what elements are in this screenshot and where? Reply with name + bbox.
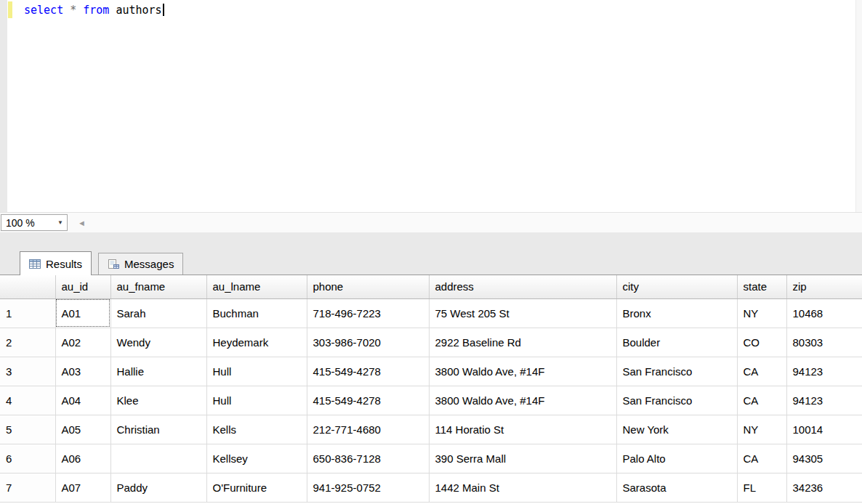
- editor-vertical-scrollbar[interactable]: [855, 0, 862, 212]
- grid-row: 3A03HallieHull415-549-42783800 Waldo Ave…: [0, 357, 862, 386]
- row-header[interactable]: 2: [0, 328, 55, 357]
- ssms-query-window: select * from authors 100 % ▼ ◄: [0, 0, 862, 504]
- cell-phone[interactable]: 415-549-4278: [307, 386, 429, 415]
- zoom-select[interactable]: 100 % ▼: [1, 214, 68, 231]
- cell-address[interactable]: 390 Serra Mall: [429, 444, 616, 473]
- change-tracking-margin: [7, 0, 13, 212]
- cell-au_fname[interactable]: Klee: [110, 386, 206, 415]
- row-header[interactable]: 7: [0, 473, 55, 502]
- cell-au_id[interactable]: A04: [55, 386, 110, 415]
- cell-city[interactable]: San Francisco: [616, 386, 737, 415]
- cell-au_lname[interactable]: O'Furniture: [206, 473, 307, 502]
- cell-state[interactable]: FL: [737, 473, 786, 502]
- cell-zip[interactable]: 10014: [786, 415, 862, 444]
- cell-state[interactable]: CA: [737, 357, 786, 386]
- cell-au_id[interactable]: A02: [55, 328, 110, 357]
- cell-zip[interactable]: 34236: [786, 473, 862, 502]
- cell-phone[interactable]: 212-771-4680: [307, 415, 429, 444]
- select-all-corner[interactable]: [0, 275, 55, 298]
- zoom-dropdown-button[interactable]: ▼: [54, 215, 67, 230]
- cell-phone[interactable]: 718-496-7223: [307, 298, 429, 328]
- cell-city[interactable]: Bronx: [616, 298, 737, 328]
- row-header[interactable]: 3: [0, 357, 55, 386]
- results-grid-container: au_idau_fnameau_lnamephoneaddresscitysta…: [0, 275, 862, 504]
- cell-au_lname[interactable]: Hull: [206, 357, 307, 386]
- sql-code-area[interactable]: select * from authors: [13, 0, 855, 212]
- cell-au_lname[interactable]: Kells: [206, 415, 307, 444]
- cell-city[interactable]: Sarasota: [616, 473, 737, 502]
- row-header[interactable]: 5: [0, 415, 55, 444]
- sql-token-keyword: select: [24, 4, 63, 17]
- scroll-left-arrow-icon[interactable]: ◄: [78, 219, 86, 227]
- cell-address[interactable]: 114 Horatio St: [429, 415, 616, 444]
- cell-address[interactable]: 3800 Waldo Ave, #14F: [429, 357, 616, 386]
- column-header-zip[interactable]: zip: [786, 275, 862, 298]
- cell-au_lname[interactable]: Kellsey: [206, 444, 307, 473]
- column-header-phone[interactable]: phone: [307, 275, 429, 298]
- focused-cell-au_id[interactable]: A01: [55, 298, 110, 328]
- cell-au_lname[interactable]: Heydemark: [206, 328, 307, 357]
- cell-au_id[interactable]: A03: [55, 357, 110, 386]
- cell-city[interactable]: San Francisco: [616, 357, 737, 386]
- cell-address[interactable]: 3800 Waldo Ave, #14F: [429, 386, 616, 415]
- cell-city[interactable]: Boulder: [616, 328, 737, 357]
- cell-au_lname[interactable]: Hull: [206, 386, 307, 415]
- cell-au_lname[interactable]: Buchman: [206, 298, 307, 328]
- text-caret: [163, 4, 164, 16]
- cell-au_fname[interactable]: Wendy: [110, 328, 206, 357]
- pane-splitter[interactable]: [0, 232, 862, 245]
- cell-city[interactable]: Palo Alto: [616, 444, 737, 473]
- cell-phone[interactable]: 650-836-7128: [307, 444, 429, 473]
- editor-bottom-bar: 100 % ▼ ◄: [0, 212, 862, 232]
- row-header[interactable]: 4: [0, 386, 55, 415]
- grid-row: 4A04KleeHull415-549-42783800 Waldo Ave, …: [0, 386, 862, 415]
- cell-state[interactable]: CA: [737, 444, 786, 473]
- column-header-au_lname[interactable]: au_lname: [206, 275, 307, 298]
- sql-token-keyword: from: [83, 4, 109, 17]
- row-header[interactable]: 6: [0, 444, 55, 473]
- grid-row: 1A01SarahBuchman718-496-722375 West 205 …: [0, 298, 862, 328]
- cell-address[interactable]: 1442 Main St: [429, 473, 616, 502]
- cell-phone[interactable]: 303-986-7020: [307, 328, 429, 357]
- cell-zip[interactable]: 94305: [786, 444, 862, 473]
- cell-zip[interactable]: 94123: [786, 386, 862, 415]
- column-header-au_id[interactable]: au_id: [55, 275, 110, 298]
- cell-state[interactable]: NY: [737, 298, 786, 328]
- cell-au_fname[interactable]: Sarah: [110, 298, 206, 328]
- cell-au_fname[interactable]: Christian: [110, 415, 206, 444]
- cell-address[interactable]: 75 West 205 St: [429, 298, 616, 328]
- cell-city[interactable]: New York: [616, 415, 737, 444]
- change-tracking-bar: [8, 1, 12, 18]
- editor-horizontal-scrollbar[interactable]: ◄: [68, 213, 862, 232]
- cell-au_id[interactable]: A06: [55, 444, 110, 473]
- cell-phone[interactable]: 415-549-4278: [307, 357, 429, 386]
- cell-au_fname[interactable]: [110, 444, 206, 473]
- tab-results[interactable]: Results: [20, 251, 92, 275]
- cell-zip[interactable]: 80303: [786, 328, 862, 357]
- column-header-state[interactable]: state: [737, 275, 786, 298]
- column-header-address[interactable]: address: [429, 275, 616, 298]
- results-grid-icon: [29, 259, 41, 269]
- cell-au_id[interactable]: A05: [55, 415, 110, 444]
- cell-au_fname[interactable]: Paddy: [110, 473, 206, 502]
- zoom-value: 100 %: [1, 217, 54, 229]
- sql-token-plain: [63, 4, 70, 17]
- cell-zip[interactable]: 10468: [786, 298, 862, 328]
- column-header-city[interactable]: city: [616, 275, 737, 298]
- sql-token-operator: *: [70, 4, 76, 17]
- cell-state[interactable]: NY: [737, 415, 786, 444]
- cell-au_fname[interactable]: Hallie: [110, 357, 206, 386]
- results-grid[interactable]: au_idau_fnameau_lnamephoneaddresscitysta…: [0, 275, 862, 503]
- cell-zip[interactable]: 94123: [786, 357, 862, 386]
- cell-au_id[interactable]: A07: [55, 473, 110, 502]
- row-header[interactable]: 1: [0, 298, 55, 328]
- tab-messages[interactable]: Messages: [98, 253, 183, 275]
- cell-state[interactable]: CA: [737, 386, 786, 415]
- cell-phone[interactable]: 941-925-0752: [307, 473, 429, 502]
- cell-state[interactable]: CO: [737, 328, 786, 357]
- results-tab-strip: Results Messages: [0, 245, 862, 275]
- sql-query-line: select * from authors: [24, 4, 162, 17]
- column-header-au_fname[interactable]: au_fname: [110, 275, 206, 298]
- editor-selection-margin: [0, 0, 7, 212]
- cell-address[interactable]: 2922 Baseline Rd: [429, 328, 616, 357]
